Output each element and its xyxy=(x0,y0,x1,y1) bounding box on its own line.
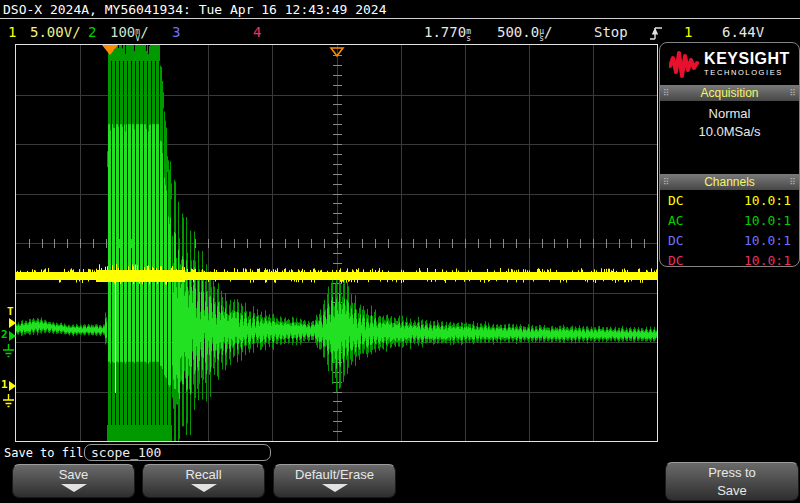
grip-icon: ⠿ xyxy=(786,177,799,187)
probe-ratio: 10.0:1 xyxy=(744,213,791,228)
default-erase-softkey[interactable]: Default/Erase xyxy=(273,464,396,498)
trigger-position-marker[interactable] xyxy=(102,45,118,55)
probe-ratio: 10.0:1 xyxy=(744,193,791,208)
softkey-label: Recall xyxy=(143,467,264,482)
sample-rate: 10.0MSa/s xyxy=(660,124,799,139)
filename-input[interactable] xyxy=(84,444,271,461)
timebase-value: 500.0 xyxy=(497,24,539,40)
delay-unit-stacked: ms xyxy=(466,29,471,42)
ch1-scale-value: 5.00 xyxy=(30,24,64,40)
grip-icon: ⠿ xyxy=(660,177,673,187)
brand-subtitle: TECHNOLOGIES xyxy=(704,69,790,77)
trigger-edge-icon xyxy=(649,25,663,46)
coupling-label: DC xyxy=(668,253,684,268)
keysight-logo: KEYSIGHT TECHNOLOGIES xyxy=(660,43,799,85)
channel-row: DC10.0:1 xyxy=(660,230,799,250)
probe-ratio: 10.0:1 xyxy=(744,233,791,248)
save-softkey[interactable]: Save xyxy=(12,464,135,498)
acquisition-header: ⠿ Acquisition ⠿ xyxy=(660,85,799,101)
ch2-scale[interactable]: 100mV/ xyxy=(110,24,149,42)
channel-list: DC10.0:1AC10.0:1DC10.0:1DC10.0:1 xyxy=(660,190,799,267)
channels-title: Channels xyxy=(704,175,755,189)
coupling-label: AC xyxy=(668,213,684,228)
softkey-label: Save xyxy=(13,467,134,482)
ch2-number[interactable]: 2 xyxy=(88,24,96,40)
coupling-label: DC xyxy=(668,193,684,208)
ch1-scale-unit: V/ xyxy=(64,24,81,40)
acquisition-info: Normal 10.0MSa/s xyxy=(660,106,799,174)
ch1-ground-marker-label[interactable]: 1 xyxy=(1,378,8,391)
title-separator xyxy=(0,18,800,19)
ch1-number[interactable]: 1 xyxy=(8,24,16,40)
acquisition-title: Acquisition xyxy=(700,86,758,100)
ch2-ground-icon xyxy=(2,343,15,362)
brand-name: KEYSIGHT xyxy=(704,51,790,67)
press-to-save-button[interactable]: Press to Save xyxy=(665,462,799,501)
delay-readout[interactable]: 1.770ms xyxy=(424,24,471,42)
softkey-label: Default/Erase xyxy=(274,467,395,482)
waveform-canvas xyxy=(16,45,657,441)
channel-row: AC10.0:1 xyxy=(660,210,799,230)
recall-softkey[interactable]: Recall xyxy=(142,464,265,498)
ch1-ground-icon xyxy=(2,393,15,412)
ch1-ground-arrow-icon xyxy=(9,381,16,391)
menu-down-arrow-icon xyxy=(322,484,348,492)
time-reference-marker[interactable] xyxy=(329,43,345,62)
grip-icon: ⠿ xyxy=(660,88,673,98)
coupling-label: DC xyxy=(668,233,684,248)
press-to-save-line1: Press to xyxy=(666,464,798,482)
press-to-save-line2: Save xyxy=(666,482,798,500)
probe-ratio: 10.0:1 xyxy=(744,253,791,268)
keysight-spark-icon xyxy=(669,50,699,78)
channels-header: ⠿ Channels ⠿ xyxy=(660,174,799,190)
title-bar: DSO-X 2024A, MY56041934: Tue Apr 16 12:4… xyxy=(3,2,387,17)
trigger-level-marker-label[interactable]: T xyxy=(7,305,14,318)
run-state: Stop xyxy=(594,24,628,40)
acquisition-mode: Normal xyxy=(660,106,799,121)
ch3-number[interactable]: 3 xyxy=(172,24,180,40)
trigger-source: 1 xyxy=(684,24,692,40)
timebase-readout[interactable]: 500.0µs/ xyxy=(497,24,552,42)
ch2-ground-arrow-icon xyxy=(9,331,16,341)
ch2-scale-slash: / xyxy=(140,24,148,40)
trigger-level-arrow-icon xyxy=(9,318,16,328)
ch2-scale-value: 100 xyxy=(110,24,135,40)
timebase-slash: / xyxy=(544,24,552,40)
delay-value: 1.770 xyxy=(424,24,466,40)
side-panel: KEYSIGHT TECHNOLOGIES ⠿ Acquisition ⠿ No… xyxy=(659,42,800,267)
channel-row: DC10.0:1 xyxy=(660,250,799,267)
ch2-ground-marker-label[interactable]: 2 xyxy=(1,328,8,341)
trigger-level: 6.44V xyxy=(722,24,764,40)
grip-icon: ⠿ xyxy=(786,88,799,98)
menu-down-arrow-icon xyxy=(61,484,87,492)
menu-down-arrow-icon xyxy=(191,484,217,492)
waveform-display xyxy=(15,44,658,442)
ch4-number[interactable]: 4 xyxy=(253,24,261,40)
ch1-scale[interactable]: 5.00V/ xyxy=(30,24,81,40)
channel-row: DC10.0:1 xyxy=(660,190,799,210)
